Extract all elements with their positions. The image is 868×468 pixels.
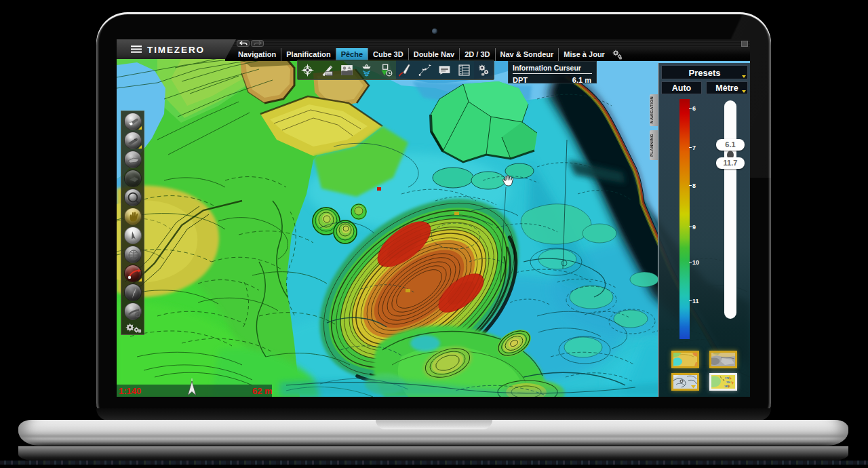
svg-text:156: 156 <box>726 381 730 384</box>
svg-text:1:140: 1:140 <box>119 386 141 396</box>
svg-text:178: 178 <box>725 377 729 380</box>
svg-text:149: 149 <box>724 385 728 388</box>
svg-text:62 m: 62 m <box>252 386 273 396</box>
